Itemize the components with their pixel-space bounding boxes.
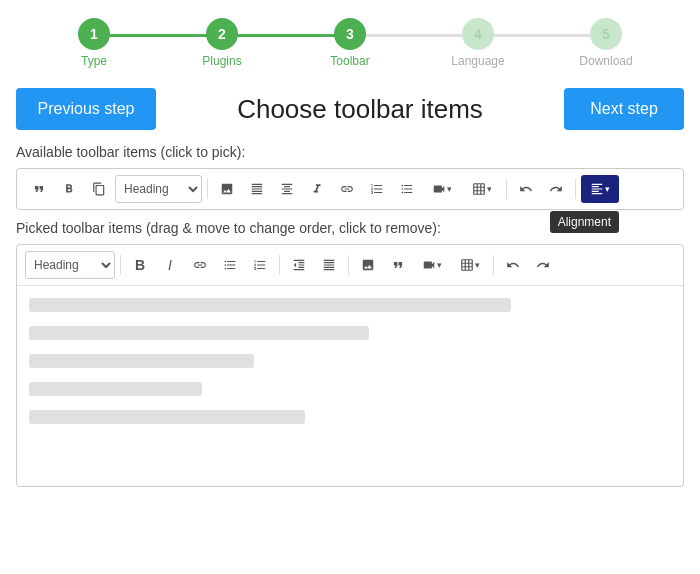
picked-ul-btn[interactable] [216, 251, 244, 279]
step-toolbar: 3 Toolbar [286, 18, 414, 68]
picked-quote-btn[interactable] [384, 251, 412, 279]
picked-link-btn[interactable] [186, 251, 214, 279]
stepper: 1 Type 2 Plugins 3 Toolbar 4 Language 5 … [0, 0, 700, 78]
link-btn[interactable] [333, 175, 361, 203]
picked-heading-select[interactable]: Heading [25, 251, 115, 279]
page-title: Choose toolbar items [237, 94, 483, 125]
step-download: 5 Download [542, 18, 670, 68]
picked-image-btn[interactable] [354, 251, 382, 279]
step-circle-1: 1 [78, 18, 110, 50]
editor-line-3 [29, 354, 254, 368]
unordered-list-btn[interactable] [393, 175, 421, 203]
step-circle-4: 4 [462, 18, 494, 50]
step-line-4 [478, 34, 606, 37]
picked-italic-btn[interactable]: I [156, 251, 184, 279]
available-label: Available toolbar items (click to pick): [0, 144, 700, 168]
bold-btn[interactable] [55, 175, 83, 203]
picked-indent-btn[interactable] [315, 251, 343, 279]
picked-editor-box: Heading B I [16, 244, 684, 487]
picked-outdent-btn[interactable] [285, 251, 313, 279]
picked-redo-btn[interactable] [529, 251, 557, 279]
italic-btn[interactable] [303, 175, 331, 203]
available-toolbar-box: Heading Paragraph Heading 1 Heading 2 ▾ … [16, 168, 684, 210]
picked-bold-btn[interactable]: B [126, 251, 154, 279]
step-circle-2: 2 [206, 18, 238, 50]
heading-select[interactable]: Heading Paragraph Heading 1 Heading 2 [115, 175, 202, 203]
step-circle-5: 5 [590, 18, 622, 50]
step-line-3 [350, 34, 478, 37]
picked-sep-3 [348, 255, 349, 275]
editor-line-4 [29, 382, 202, 396]
step-label-2: Plugins [202, 54, 241, 68]
undo-btn[interactable] [512, 175, 540, 203]
header-row: Previous step Choose toolbar items Next … [0, 78, 700, 144]
alignment-btn[interactable]: ▾ Alignment [581, 175, 619, 203]
picked-toolbar: Heading B I [17, 245, 683, 286]
separator-3 [575, 179, 576, 199]
align-justify-btn[interactable] [243, 175, 271, 203]
separator-1 [207, 179, 208, 199]
quote-btn[interactable] [25, 175, 53, 203]
picked-video-btn[interactable]: ▾ [414, 251, 450, 279]
separator-2 [506, 179, 507, 199]
copy-format-btn[interactable] [85, 175, 113, 203]
editor-area [17, 286, 683, 486]
picked-sep-1 [120, 255, 121, 275]
picked-sep-4 [493, 255, 494, 275]
picked-undo-btn[interactable] [499, 251, 527, 279]
ordered-list-btn[interactable] [363, 175, 391, 203]
step-line-1 [94, 34, 222, 37]
step-label-5: Download [579, 54, 632, 68]
step-label-3: Toolbar [330, 54, 369, 68]
previous-step-button[interactable]: Previous step [16, 88, 156, 130]
picked-ol-btn[interactable] [246, 251, 274, 279]
image-btn[interactable] [213, 175, 241, 203]
align-center-btn[interactable] [273, 175, 301, 203]
step-circle-3: 3 [334, 18, 366, 50]
step-plugins: 2 Plugins [158, 18, 286, 68]
editor-line-2 [29, 326, 369, 340]
next-step-button[interactable]: Next step [564, 88, 684, 130]
editor-line-1 [29, 298, 511, 312]
step-language: 4 Language [414, 18, 542, 68]
editor-line-5 [29, 410, 305, 424]
redo-btn[interactable] [542, 175, 570, 203]
video-btn[interactable]: ▾ [423, 175, 461, 203]
step-label-1: Type [81, 54, 107, 68]
picked-sep-2 [279, 255, 280, 275]
step-label-4: Language [451, 54, 504, 68]
step-type: 1 Type [30, 18, 158, 68]
step-line-2 [222, 34, 350, 37]
table-btn[interactable]: ▾ [463, 175, 501, 203]
alignment-tooltip: Alignment [550, 211, 619, 233]
picked-table-btn[interactable]: ▾ [452, 251, 488, 279]
